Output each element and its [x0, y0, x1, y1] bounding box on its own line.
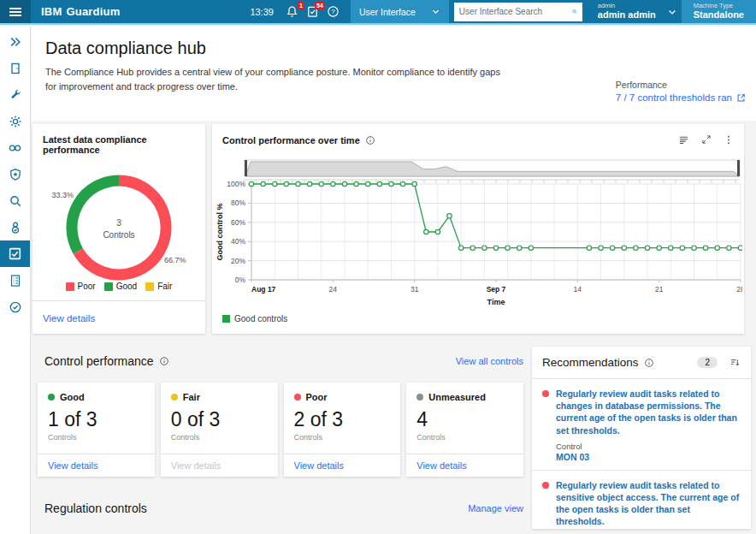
- view-details-link[interactable]: View details: [294, 460, 345, 471]
- overflow-menu-button[interactable]: [724, 134, 734, 145]
- legend-item-poor[interactable]: Poor: [66, 282, 96, 291]
- stat-sub: Controls: [48, 433, 145, 442]
- control-performance-header: Control performance View all controls: [32, 354, 523, 368]
- door-icon: [9, 62, 22, 75]
- svg-text:Time: Time: [487, 298, 505, 306]
- ui-scope-label: User Interface: [359, 7, 416, 17]
- view-details-link[interactable]: View details: [416, 460, 467, 471]
- info-icon[interactable]: [365, 135, 375, 145]
- recommendations-panel: Recommendations 2 Regularly review audit…: [532, 347, 751, 529]
- table-view-button[interactable]: [678, 134, 689, 145]
- launch-icon: [736, 93, 746, 103]
- sort-button[interactable]: [729, 357, 741, 368]
- view-all-controls-link[interactable]: View all controls: [456, 356, 523, 366]
- sidebar-item-investigate[interactable]: [0, 187, 30, 214]
- sidebar-item-setup[interactable]: [0, 81, 30, 108]
- stat-sub: Controls: [294, 433, 391, 442]
- legend-label: Poor: [78, 282, 96, 291]
- control-name-link[interactable]: MON 03: [556, 452, 741, 462]
- compliance-donut-chart[interactable]: 66.7%33.3%3Controls: [32, 148, 205, 282]
- view-details-link: View details: [171, 460, 221, 471]
- chevron-down-icon: [667, 7, 677, 17]
- hamburger-icon: [9, 8, 21, 16]
- good-control-line-chart[interactable]: 0%20%40%60%80%100%Aug 172431Sep 7142128T…: [214, 179, 742, 309]
- brush-handle-left[interactable]: [245, 160, 247, 176]
- chart-card-title: Control performance over time: [222, 135, 360, 145]
- help-button[interactable]: ?: [323, 0, 344, 23]
- donut-view-details-link[interactable]: View details: [43, 313, 95, 323]
- shield-star-icon: [9, 168, 22, 181]
- checkbox-check-icon: [8, 246, 22, 261]
- svg-text:33.3%: 33.3%: [51, 191, 74, 199]
- good-controls-swatch: [222, 315, 230, 323]
- control-label: Control: [556, 442, 741, 451]
- svg-text:28: 28: [736, 285, 742, 294]
- wrench-icon: [9, 88, 22, 102]
- manage-view-link[interactable]: Manage view: [468, 503, 523, 513]
- performance-summary: Performance 7 / 7 control thresholds ran: [616, 80, 746, 103]
- maximize-button[interactable]: [701, 134, 712, 145]
- control-performance-title-text: Control performance: [44, 354, 154, 368]
- clock-time: 13:39: [250, 7, 274, 17]
- svg-text:?: ?: [332, 8, 336, 15]
- sidebar-expand[interactable]: [0, 28, 30, 55]
- search-input[interactable]: [459, 7, 572, 16]
- recommendation-link[interactable]: Regularly review audit tasks related to …: [556, 388, 741, 436]
- brand-company: IBM: [41, 5, 62, 18]
- data-compliance-hub-screen: IBM Guardium 13:39 1 54 ?: [0, 0, 756, 534]
- search-icon[interactable]: [572, 6, 577, 17]
- magnifier-icon: [9, 194, 22, 208]
- legend-item-good[interactable]: Good: [104, 282, 137, 291]
- recommendation-item: Regularly review audit tasks related to …: [532, 379, 751, 471]
- ui-search: [454, 3, 582, 21]
- chart-toolbar: [678, 134, 734, 145]
- recommendation-link[interactable]: Regularly review audit tasks related to …: [556, 479, 741, 528]
- tasks-button[interactable]: 54: [303, 0, 323, 23]
- regulation-controls-title: Regulation controls: [44, 501, 147, 515]
- stat-value: 4: [416, 408, 513, 431]
- machine-type-block: Machine Type Standalone: [682, 0, 756, 23]
- sort-icon: [729, 357, 741, 368]
- sidebar-item-reports[interactable]: [0, 267, 30, 294]
- help-icon: ?: [327, 5, 340, 18]
- info-icon[interactable]: [159, 356, 169, 366]
- stat-card-unmeasured: Unmeasured 4 Controls View details: [406, 383, 523, 477]
- legend-label: Good: [116, 282, 137, 291]
- svg-text:100%: 100%: [227, 180, 245, 188]
- sidebar-item-active-threats[interactable]: [0, 294, 30, 320]
- sidebar-item-overview[interactable]: [0, 55, 30, 81]
- view-details-link[interactable]: View details: [48, 460, 98, 471]
- sidebar-item-discover[interactable]: [0, 134, 30, 161]
- control-performance-over-time-card: Control performance over time 0%20%40%60…: [212, 124, 744, 334]
- svg-text:20%: 20%: [231, 257, 245, 265]
- notifications-button[interactable]: 1: [282, 0, 303, 23]
- legend-item-fair[interactable]: Fair: [145, 282, 172, 291]
- sidebar-item-monitor[interactable]: [0, 214, 30, 240]
- performance-thresholds-link[interactable]: 7 / 7 control thresholds ran: [616, 92, 746, 103]
- hamburger-menu-button[interactable]: [0, 0, 31, 23]
- maximize-icon: [701, 134, 712, 145]
- performance-link-text: 7 / 7 control thresholds ran: [616, 92, 732, 103]
- page-header-section: Data compliance hub The Compliance Hub p…: [32, 27, 756, 121]
- brush-handle-right[interactable]: [737, 160, 740, 176]
- double-chevron-right-icon: [9, 35, 22, 49]
- good-status-dot: [48, 394, 55, 400]
- brand-product: Guardium: [66, 5, 120, 18]
- glasses-icon: [8, 140, 22, 155]
- ui-scope-select[interactable]: User Interface: [351, 0, 449, 23]
- user-menu-button[interactable]: [663, 7, 682, 17]
- chevron-down-icon: [431, 7, 440, 16]
- donut-legend: Poor Good Fair: [32, 282, 205, 291]
- sidebar-item-settings[interactable]: [0, 108, 30, 134]
- machine-type-label: Machine Type: [694, 2, 744, 9]
- svg-text:Controls: Controls: [103, 230, 134, 240]
- user-name: admin admin: [598, 9, 656, 21]
- chart-legend-good-controls[interactable]: Good controls: [222, 314, 287, 323]
- legend-label: Fair: [157, 282, 172, 291]
- info-icon[interactable]: [644, 358, 654, 368]
- performance-label: Performance: [616, 80, 746, 90]
- sidebar-item-harden[interactable]: [0, 161, 30, 187]
- sidebar-item-compliance[interactable]: [0, 240, 30, 267]
- recommendations-count-badge: 2: [697, 357, 718, 368]
- regulation-title-text: Regulation controls: [44, 501, 147, 515]
